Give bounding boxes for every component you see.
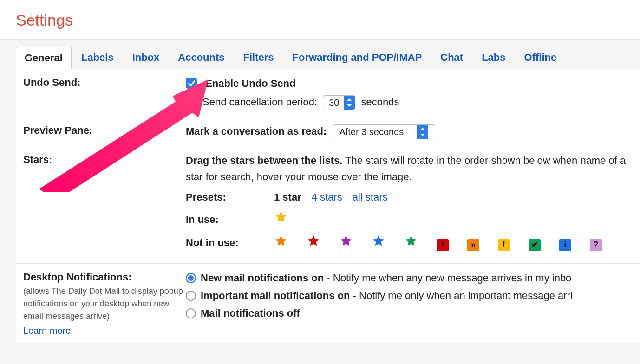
in-use-label: In use: — [186, 212, 274, 228]
label-undo-send: Undo Send: — [23, 76, 186, 110]
notification-option-0[interactable]: New mail notifications on - Notify me wh… — [186, 270, 640, 286]
row-desktop-notifications: Desktop Notifications: (allows The Daily… — [16, 264, 640, 343]
page-title: Settings — [0, 0, 640, 40]
green-star-icon[interactable] — [404, 234, 418, 248]
radio-icon[interactable] — [186, 291, 196, 301]
tab-inbox[interactable]: Inbox — [124, 46, 169, 69]
purple-star-icon[interactable] — [339, 234, 353, 248]
cancellation-period-unit: seconds — [361, 96, 399, 108]
select-mark-read[interactable]: After 3 seconds — [333, 124, 435, 139]
preset-all-stars[interactable]: all stars — [353, 189, 388, 205]
tab-labels[interactable]: Labels — [72, 46, 123, 69]
yellow-bang-icon[interactable]: ! — [498, 239, 510, 251]
label-desktop-notifications: Desktop Notifications: — [23, 271, 131, 283]
mark-read-value: After 3 seconds — [333, 125, 417, 139]
cancellation-period-value: 30 — [323, 96, 344, 110]
notification-option-text: Mail notifications off — [201, 306, 300, 321]
label-stars: Stars: — [23, 153, 186, 256]
notification-option-text: New mail notifications on - Notify me wh… — [201, 270, 571, 286]
select-cancellation-period[interactable]: 30 — [323, 95, 355, 110]
tab-chat[interactable]: Chat — [431, 46, 472, 69]
tab-labs[interactable]: Labs — [473, 46, 514, 69]
checkbox-enable-undo-send[interactable] — [186, 78, 197, 89]
yellow-star-icon[interactable] — [274, 210, 288, 224]
select-arrows-icon — [417, 125, 428, 139]
select-arrows-icon — [344, 96, 355, 110]
blue-star-icon[interactable] — [372, 234, 385, 248]
purple-question-icon[interactable]: ? — [590, 239, 602, 251]
not-in-use-label: Not in use: — [186, 235, 274, 251]
mark-read-label: Mark a conversation as read: — [186, 125, 327, 137]
tab-accounts[interactable]: Accounts — [169, 46, 233, 69]
stars-instruction-bold: Drag the stars between the lists. — [186, 155, 342, 166]
orange-star-icon[interactable] — [274, 234, 288, 248]
cancellation-period-label: Send cancellation period: — [202, 96, 317, 108]
row-preview-pane: Preview Pane: Mark a conversation as rea… — [16, 117, 640, 146]
learn-more-link[interactable]: Learn more — [23, 325, 186, 336]
green-check-icon[interactable]: ✔ — [529, 239, 541, 251]
blue-info-icon[interactable]: i — [559, 239, 571, 251]
presets-label: Presets: — [186, 189, 274, 205]
settings-body: Undo Send: Enable Undo Send Send cancell… — [16, 69, 640, 343]
radio-icon[interactable] — [186, 308, 196, 318]
settings-container: GeneralLabelsInboxAccountsFiltersForward… — [0, 40, 640, 364]
tab-filters[interactable]: Filters — [235, 46, 283, 69]
notification-option-text: Important mail notifications on - Notify… — [201, 288, 573, 304]
red-bang-icon[interactable]: ! — [437, 239, 449, 251]
radio-icon[interactable] — [186, 273, 196, 283]
notification-option-1[interactable]: Important mail notifications on - Notify… — [186, 288, 640, 304]
tab-general[interactable]: General — [16, 47, 72, 69]
preset-4-stars[interactable]: 4 stars — [312, 189, 342, 205]
tab-forwarding-and-pop-imap[interactable]: Forwarding and POP/IMAP — [284, 46, 431, 69]
notification-option-2[interactable]: Mail notifications off — [186, 306, 640, 321]
red-star-icon[interactable] — [307, 234, 320, 248]
row-stars: Stars: Drag the stars between the lists.… — [16, 146, 640, 263]
enable-undo-send-label: Enable Undo Send — [205, 78, 295, 89]
orange-guillemet-icon[interactable]: » — [467, 239, 479, 251]
settings-tabs: GeneralLabelsInboxAccountsFiltersForward… — [16, 40, 640, 69]
preset-1-star[interactable]: 1 star — [274, 189, 301, 205]
desktop-notifications-subtext: (allows The Daily Dot Mail to display po… — [23, 285, 186, 323]
row-undo-send: Undo Send: Enable Undo Send Send cancell… — [16, 69, 640, 117]
label-preview-pane: Preview Pane: — [23, 124, 186, 139]
tab-offline[interactable]: Offline — [516, 46, 566, 69]
